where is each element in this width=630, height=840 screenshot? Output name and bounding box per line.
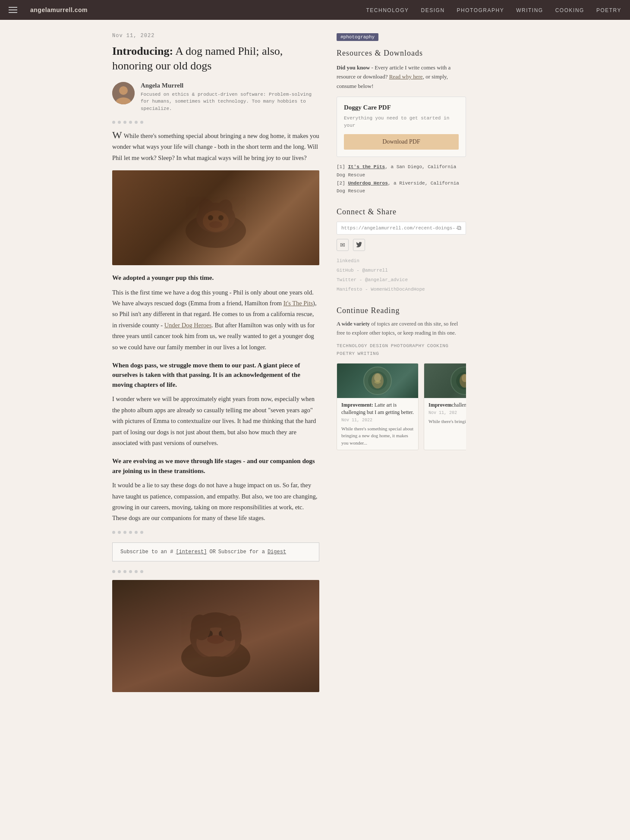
resources-title: Resources & Downloads [337, 49, 466, 58]
article-card-1-image [337, 364, 418, 398]
email-icon[interactable]: ✉ [337, 239, 349, 251]
subscribe-digest-link[interactable]: Digest [268, 549, 286, 555]
topic-cooking[interactable]: COOKING [427, 343, 449, 348]
nav-design[interactable]: DESIGN [421, 7, 445, 13]
resources-intro: Did you know - Every article I write com… [337, 63, 466, 91]
hamburger-button[interactable] [9, 7, 17, 13]
topic-writing[interactable]: WRITING [358, 351, 379, 356]
under-dog-heroes-link[interactable]: Under Dog Heroes [164, 322, 212, 329]
topic-design[interactable]: DESIGN [370, 343, 388, 348]
topic-poetry[interactable]: POETRY [337, 351, 355, 356]
article-card-1[interactable]: Improvement: Latte art is challenging bu… [337, 363, 419, 450]
twitter-icon[interactable] [353, 239, 365, 251]
article-card-1-date: Nov 11, 2022 [341, 418, 414, 423]
continue-reading-title: Continue Reading [337, 306, 466, 315]
dots-divider-mid [112, 531, 319, 534]
nav-poetry[interactable]: POETRY [596, 7, 621, 13]
nav: angelamurrell.com TECHNOLOGY DESIGN PHOT… [0, 0, 630, 20]
topic-technology[interactable]: TECHNOLOGY [337, 343, 367, 348]
svg-point-1 [119, 86, 128, 95]
post-title: Introducing: A dog named Phil; also, hon… [112, 44, 319, 73]
svg-point-10 [209, 221, 222, 228]
body-p3: I wonder where we will be approximately … [112, 394, 319, 448]
topic-tags: TECHNOLOGY DESIGN PHOTOGRAPHY COOKING PO… [337, 343, 466, 356]
author-name: Angela Murrell [141, 82, 319, 89]
author-bio: Focused on ethics & product-driven softw… [141, 91, 319, 113]
subscribe-text1: Subscribe to an # [120, 549, 173, 555]
subheading1: We adopted a younger pup this time. [112, 273, 319, 283]
nav-links: TECHNOLOGY DESIGN PHOTOGRAPHY WRITING CO… [366, 6, 621, 14]
article-cards: Improvement: Latte art is challenging bu… [337, 363, 466, 450]
subscribe-bar: Subscribe to an #[interest] OR Subscribe… [112, 542, 319, 561]
article-card-2-excerpt: While there's bringing a ne wonder... [428, 418, 466, 425]
nav-photography[interactable]: PHOTOGRAPHY [457, 7, 504, 13]
nav-writing[interactable]: WRITING [516, 7, 543, 13]
twitter-link[interactable]: Twitter - @angelar_advice [337, 277, 408, 282]
article-card-1-excerpt: While there's something special about br… [341, 425, 414, 447]
post-title-prefix: Introducing: [112, 45, 173, 57]
linkedin-link-row: linkedin [337, 256, 466, 266]
subscribe-text2: Subscribe for a [218, 549, 265, 555]
article-card-1-title: Improvement: Latte art is challenging bu… [341, 401, 414, 416]
svg-point-16 [207, 635, 224, 644]
article-card-2[interactable]: Improvemchallenging Nov 11, 202 While th… [424, 363, 466, 450]
article-card-2-image [424, 364, 466, 398]
footnote-2: [2] Underdog Heros, a Riverside, Califor… [337, 179, 466, 195]
footnotes: [1] It's the Pits, a San Diego, Californ… [337, 163, 466, 195]
post-date: Nov 11, 2022 [112, 33, 319, 39]
download-pdf-button[interactable]: Download PDF [344, 134, 459, 150]
subscribe-interest-link[interactable]: [interest] [176, 549, 207, 555]
github-link[interactable]: GitHub - @amurrell [337, 268, 388, 273]
read-why-link[interactable]: Read why here [389, 73, 423, 80]
subheading2: When dogs pass, we struggle move them to… [112, 360, 319, 390]
svg-point-19 [192, 656, 239, 672]
svg-point-9 [218, 215, 224, 220]
body-p1: WWhile there's something special about b… [112, 131, 319, 163]
resources-section: Resources & Downloads Did you know - Eve… [337, 49, 466, 195]
article-image-dog-top [112, 170, 319, 265]
footnote-1: [1] It's the Pits, a San Diego, Californ… [337, 163, 466, 179]
article-card-2-body: Improvemchallenging Nov 11, 202 While th… [424, 398, 466, 428]
copy-icon[interactable]: ⧉ [457, 225, 461, 232]
nav-cooking[interactable]: COOKING [555, 7, 584, 13]
footnote-1-link[interactable]: It's the Pits [348, 164, 385, 169]
resources-intro-bold: Did you know [337, 64, 370, 71]
avatar [112, 82, 135, 104]
subheading3: We are evolving as we move through life … [112, 456, 319, 476]
footnote-2-link[interactable]: Underdog Heros [348, 181, 387, 186]
share-url-row: ⧉ [337, 222, 466, 235]
social-icons: ✉ [337, 239, 466, 251]
continue-reading-section: Continue Reading A wide variety of topic… [337, 306, 466, 450]
download-card-desc: Everything you need to get started in yo… [344, 115, 459, 129]
topic-photography[interactable]: PHOTOGRAPHY [391, 343, 425, 348]
article-card-2-title: Improvemchallenging [428, 401, 466, 409]
twitter-link-row: Twitter - @angelar_advice [337, 275, 466, 285]
site-title: angelamurrell.com [30, 6, 88, 13]
download-card: Doggy Care PDF Everything you need to ge… [337, 97, 466, 157]
download-card-title: Doggy Care PDF [344, 104, 459, 111]
svg-point-8 [208, 215, 213, 220]
sidebar: #photography Resources & Downloads Did y… [337, 33, 466, 699]
author-block: Angela Murrell Focused on ethics & produ… [112, 82, 319, 113]
social-links: linkedin GitHub - @amurrell Twitter - @a… [337, 256, 466, 294]
page-container: Nov 11, 2022 Introducing: A dog named Ph… [104, 20, 526, 712]
continue-reading-desc: A wide variety of topics are covered on … [337, 320, 466, 337]
main-content: Nov 11, 2022 Introducing: A dog named Ph… [112, 33, 319, 699]
manifesto-link[interactable]: Manifesto - WomenWithDocAndHope [337, 287, 425, 292]
tag-badge: #photography [337, 33, 378, 41]
connect-section: Connect & Share ⧉ ✉ linkedin GitHub - @a… [337, 207, 466, 294]
github-link-row: GitHub - @amurrell [337, 266, 466, 275]
body-p4: It would be a lie to say these dogs do n… [112, 480, 319, 524]
author-info: Angela Murrell Focused on ethics & produ… [141, 82, 319, 113]
linkedin-link[interactable]: linkedin [337, 258, 359, 263]
nav-technology[interactable]: TECHNOLOGY [366, 7, 409, 13]
share-url-input[interactable] [341, 226, 457, 231]
post-body: WWhile there's something special about b… [112, 131, 319, 524]
article-card-1-body: Improvement: Latte art is challenging bu… [337, 398, 418, 450]
dots-divider-top [112, 121, 319, 124]
article-card-2-date: Nov 11, 202 [428, 411, 466, 415]
connect-title: Connect & Share [337, 207, 466, 216]
its-the-pits-link[interactable]: It's The Pits [284, 300, 313, 307]
article-image-dog-bottom [112, 580, 319, 692]
body-p2: This is the first time we have a dog thi… [112, 287, 319, 353]
